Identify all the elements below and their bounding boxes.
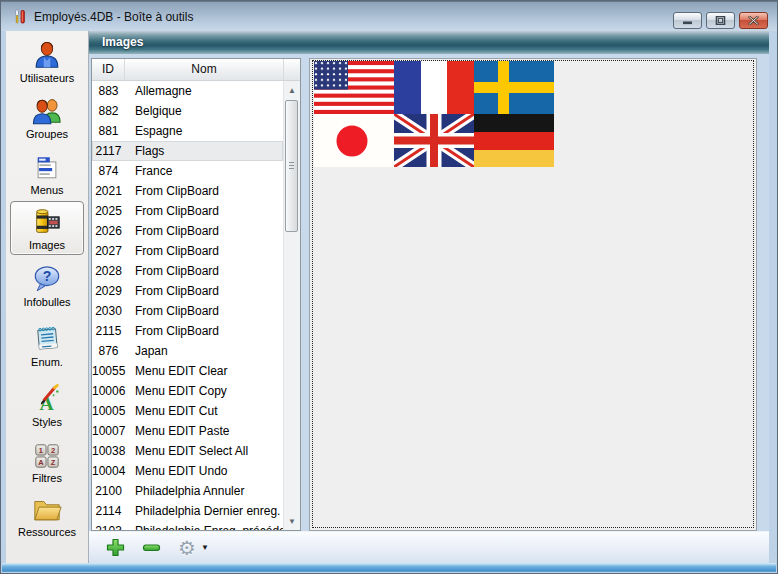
table-row[interactable]: 2029 From ClipBoard <box>92 281 283 301</box>
gear-icon: ⚙ <box>178 538 196 558</box>
add-button[interactable] <box>106 538 125 557</box>
table-row[interactable]: 2115 From ClipBoard <box>92 321 283 341</box>
menu-widget-icon <box>33 154 61 182</box>
main-area: Images ID Nom 883 Allemagne 882 Belgique <box>89 31 769 563</box>
cell-id: 10007 <box>92 421 125 441</box>
window-bottom-border <box>2 563 776 572</box>
cell-nom: Philadelphia Annuler <box>125 481 244 501</box>
image-preview-area[interactable] <box>309 58 757 531</box>
sidebar-item-filtres[interactable]: 12 AZ Filtres <box>8 439 86 484</box>
table-row[interactable]: 2021 From ClipBoard <box>92 181 283 201</box>
panel-title: Images <box>89 31 769 54</box>
table-row[interactable]: 881 Espagne <box>92 121 283 141</box>
cell-id: 2100 <box>92 481 125 501</box>
remove-button[interactable] <box>142 538 161 557</box>
table-body: 883 Allemagne 882 Belgique 881 Espagne 2… <box>92 81 283 530</box>
cell-id: 876 <box>92 341 125 361</box>
table-row[interactable]: 10055 Menu EDIT Clear <box>92 361 283 381</box>
column-header-nom[interactable]: Nom <box>125 59 284 80</box>
sidebar-item-images[interactable]: Images <box>10 201 84 255</box>
sidebar-item-ressources[interactable]: Ressources <box>8 493 86 538</box>
table-row[interactable]: 10006 Menu EDIT Copy <box>92 381 283 401</box>
table-row[interactable]: 2100 Philadelphia Annuler <box>92 481 283 501</box>
sidebar-item-label: Styles <box>8 414 86 428</box>
sidebar-item-label: Filtres <box>8 470 86 484</box>
flag-united-kingdom-icon <box>394 114 474 167</box>
settings-button[interactable]: ⚙ ▼ <box>178 538 209 558</box>
sidebar-item-styles[interactable]: A Styles <box>8 383 86 428</box>
flag-japan-icon <box>314 114 394 167</box>
cell-nom: Menu EDIT Copy <box>125 381 227 401</box>
column-header-id[interactable]: ID <box>92 59 125 80</box>
cell-nom: From ClipBoard <box>125 181 219 201</box>
cell-id: 10006 <box>92 381 125 401</box>
table-scrollbar[interactable]: ▲ ▼ <box>283 81 300 530</box>
table-row[interactable]: 2117 Flags <box>92 141 283 161</box>
table-row[interactable]: 876 Japan <box>92 341 283 361</box>
cell-nom: Menu EDIT Cut <box>125 401 217 421</box>
scroll-down-icon[interactable]: ▼ <box>284 514 300 528</box>
table-row[interactable]: 2114 Philadelphia Dernier enreg. <box>92 501 283 521</box>
close-button[interactable] <box>739 12 768 29</box>
sidebar-item-infobulles[interactable]: ? Infobulles <box>8 263 86 308</box>
cell-id: 2027 <box>92 241 125 261</box>
cell-id: 2114 <box>92 501 125 521</box>
table-row[interactable]: 2025 From ClipBoard <box>92 201 283 221</box>
cell-nom: Menu EDIT Clear <box>125 361 227 381</box>
sidebar: Utilisateurs Groupes Menus <box>6 31 89 563</box>
cell-id: 2117 <box>92 141 125 161</box>
cell-nom: Menu EDIT Undo <box>125 461 228 481</box>
toolbox-icon <box>12 9 28 25</box>
scroll-up-icon[interactable]: ▲ <box>284 83 300 97</box>
sidebar-item-groupes[interactable]: Groupes <box>8 95 86 140</box>
notepad-icon <box>32 324 62 354</box>
table-row[interactable]: 10007 Menu EDIT Paste <box>92 421 283 441</box>
cell-nom: From ClipBoard <box>125 301 219 321</box>
flags-image[interactable] <box>314 61 554 167</box>
table-row[interactable]: 2026 From ClipBoard <box>92 221 283 241</box>
images-table: ID Nom 883 Allemagne 882 Belgique 881 Es… <box>91 58 301 531</box>
minus-icon <box>142 538 161 557</box>
table-row[interactable]: 2103 Philadelphia Enreg. précédent <box>92 521 283 530</box>
scroll-thumb[interactable] <box>285 100 298 232</box>
minimize-button[interactable] <box>673 12 702 29</box>
svg-text:A: A <box>38 458 44 467</box>
sidebar-item-utilisateurs[interactable]: Utilisateurs <box>8 39 86 84</box>
table-row[interactable]: 10005 Menu EDIT Cut <box>92 401 283 421</box>
table-row[interactable]: 10004 Menu EDIT Undo <box>92 461 283 481</box>
user-icon <box>32 40 62 70</box>
table-row[interactable]: 10038 Menu EDIT Select All <box>92 441 283 461</box>
table-row[interactable]: 883 Allemagne <box>92 81 283 101</box>
cell-nom: From ClipBoard <box>125 321 219 341</box>
table-row[interactable]: 2030 From ClipBoard <box>92 301 283 321</box>
cell-id: 874 <box>92 161 125 181</box>
cell-nom: Philadelphia Enreg. précédent <box>125 521 283 530</box>
table-row[interactable]: 882 Belgique <box>92 101 283 121</box>
title-bar[interactable]: Employés.4DB - Boîte à outils <box>1 1 777 31</box>
cell-nom: Allemagne <box>125 81 192 101</box>
sidebar-item-label: Groupes <box>8 126 86 140</box>
cell-nom: Philadelphia Dernier enreg. <box>125 501 280 521</box>
maximize-button[interactable] <box>706 12 735 29</box>
table-row[interactable]: 2027 From ClipBoard <box>92 241 283 261</box>
table-row[interactable]: 2028 From ClipBoard <box>92 261 283 281</box>
cell-id: 2025 <box>92 201 125 221</box>
flag-sweden-icon <box>474 61 554 114</box>
table-row[interactable]: 874 France <box>92 161 283 181</box>
cell-nom: From ClipBoard <box>125 281 219 301</box>
cell-nom: From ClipBoard <box>125 261 219 281</box>
svg-text:Z: Z <box>51 458 56 467</box>
chevron-down-icon: ▼ <box>201 543 209 552</box>
folder-icon <box>31 494 63 524</box>
cell-id: 10038 <box>92 441 125 461</box>
cell-nom: Belgique <box>125 101 182 121</box>
sidebar-item-menus[interactable]: Menus <box>8 151 86 196</box>
panel-header: Images <box>89 31 769 54</box>
cell-nom: Espagne <box>125 121 182 141</box>
flag-germany-icon <box>474 114 554 167</box>
sidebar-item-enum[interactable]: Enum. <box>8 323 86 368</box>
cell-id: 2028 <box>92 261 125 281</box>
sidebar-item-label: Infobulles <box>8 294 86 308</box>
cell-id: 2021 <box>92 181 125 201</box>
cell-nom: From ClipBoard <box>125 221 219 241</box>
